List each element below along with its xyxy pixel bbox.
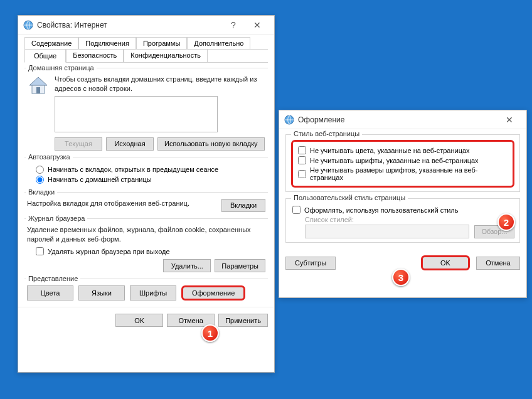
checkbox-use-user-style-label: Оформлять, используя пользовательский ст… [304, 206, 459, 214]
history-settings-button[interactable]: Параметры [215, 259, 265, 272]
marker-3: 3 [392, 269, 410, 286]
homepage-newtab-button[interactable]: Использовать новую вкладку [157, 137, 265, 151]
presentation-title: Представление [26, 275, 80, 282]
tabs-text: Настройка вкладок для отображения веб-ст… [27, 199, 215, 208]
checkbox-use-user-style[interactable] [292, 206, 301, 214]
checkbox-ignore-colors[interactable] [298, 146, 306, 154]
apply-button[interactable]: Применить [218, 314, 268, 327]
window-body: Содержание Подключения Программы Дополни… [18, 35, 274, 307]
history-group: Журнал браузера Удаление временных файло… [24, 218, 268, 274]
languages-button[interactable]: Языки [78, 285, 125, 301]
titlebar: Свойства: Интернет ? ✕ [18, 16, 274, 35]
subtitles-button[interactable]: Субтитры [285, 257, 336, 270]
autoload-title: Автозагрузка [26, 153, 73, 161]
tab-advanced[interactable]: Дополнительно [187, 37, 250, 49]
style-list-label: Список стилей: [305, 216, 514, 223]
style-list-input [305, 225, 469, 238]
ignore-colors-row[interactable]: Не учитывать цвета, указанные на веб-стр… [298, 146, 509, 154]
home-icon [27, 75, 50, 134]
page-style-fieldset: Стиль веб-страницы Не учитывать цвета, у… [285, 134, 520, 192]
homepage-default-button[interactable]: Исходная [106, 137, 154, 151]
tabs-settings-button[interactable]: Вкладки [221, 199, 265, 212]
marker-1: 1 [201, 324, 219, 342]
checkbox-ignore-font-sizes[interactable] [298, 170, 306, 178]
tab-connections[interactable]: Подключения [78, 37, 136, 49]
ignore-font-sizes-row[interactable]: Не учитывать размеры шрифтов, указанные … [298, 166, 509, 181]
checkbox-ignore-fonts[interactable] [298, 156, 306, 164]
history-delete-on-exit[interactable]: Удалять журнал браузера при выходе [36, 247, 265, 255]
ignore-fonts-row[interactable]: Не учитывать шрифты, указанные на веб-ст… [298, 156, 509, 164]
radio-homepage-label: Начинать с домашней страницы [48, 176, 152, 183]
globe-icon [23, 20, 33, 30]
globe-icon [284, 115, 294, 125]
autoload-radio-homepage[interactable]: Начинать с домашней страницы [36, 176, 265, 184]
checkbox-delete-on-exit-label: Удалять журнал браузера при выходе [48, 248, 170, 255]
window-title: Оформление [298, 115, 344, 124]
homepage-current-button[interactable]: Текущая [55, 137, 102, 151]
svg-marker-2 [29, 77, 47, 85]
close-button[interactable]: ✕ [497, 111, 521, 129]
homepage-title: Домашняя страница [26, 64, 97, 72]
history-text: Удаление временных файлов, журнала, файл… [27, 225, 265, 244]
homepage-url-input[interactable] [55, 96, 218, 132]
checkbox-ignore-font-sizes-label: Не учитывать размеры шрифтов, указанные … [310, 166, 509, 181]
accessibility-button[interactable]: Оформление [181, 285, 245, 301]
cancel-button[interactable]: Отмена [476, 257, 520, 270]
ok-button[interactable]: OK [421, 255, 470, 270]
history-title: Журнал браузера [26, 215, 87, 222]
autoload-group: Автозагрузка Начинать с вкладок, открыты… [24, 157, 268, 187]
user-style-fieldset: Пользовательский стиль страницы Оформлят… [285, 198, 520, 243]
history-delete-button[interactable]: Удалить... [163, 259, 211, 272]
radio-homepage[interactable] [36, 176, 44, 184]
tab-programs[interactable]: Программы [136, 37, 187, 49]
colors-button[interactable]: Цвета [27, 285, 73, 301]
radio-lastsession[interactable] [36, 166, 44, 174]
homepage-group: Домашняя страница Чтобы создать вкладки … [24, 68, 268, 152]
page-style-legend: Стиль веб-страницы [291, 130, 362, 137]
checkbox-ignore-colors-label: Не учитывать цвета, указанные на веб-стр… [310, 147, 470, 154]
window-body: Стиль веб-страницы Не учитывать цвета, у… [279, 129, 526, 248]
tab-row-1: Содержание Подключения Программы Дополни… [24, 37, 268, 50]
autoload-radio-lastsession[interactable]: Начинать с вкладок, открытых в предыдуще… [36, 166, 265, 174]
presentation-group: Представление Цвета Языки Шрифты Оформле… [24, 279, 268, 302]
fonts-button[interactable]: Шрифты [130, 285, 176, 301]
window-title: Свойства: Интернет [37, 21, 107, 29]
accessibility-window: Оформление ✕ Стиль веб-страницы Не учиты… [279, 110, 527, 298]
tab-privacy[interactable]: Конфиденциальность [124, 49, 208, 62]
tabs-group: Вкладки Настройка вкладок для отображени… [24, 192, 268, 213]
checkbox-delete-on-exit[interactable] [36, 247, 44, 255]
use-user-style-row[interactable]: Оформлять, используя пользовательский ст… [292, 206, 514, 214]
tab-row-2: Общие Безопасность Конфиденциальность [24, 49, 268, 63]
homepage-hint: Чтобы создать вкладки домашних страниц, … [55, 75, 265, 93]
close-button[interactable]: ✕ [245, 16, 269, 34]
marker-2: 2 [497, 213, 515, 231]
ok-button[interactable]: OK [115, 314, 163, 327]
svg-rect-3 [36, 87, 40, 93]
tab-security[interactable]: Безопасность [66, 49, 124, 62]
tab-general[interactable]: Общие [24, 49, 66, 63]
internet-properties-window: Свойства: Интернет ? ✕ Содержание Подклю… [18, 15, 275, 373]
user-style-legend: Пользовательский стиль страницы [291, 194, 408, 201]
checkbox-ignore-fonts-label: Не учитывать шрифты, указанные на веб-ст… [310, 157, 479, 164]
dialog-footer: OK Отмена Применить [18, 307, 274, 333]
tab-content[interactable]: Содержание [24, 37, 78, 49]
help-button[interactable]: ? [221, 16, 245, 34]
radio-lastsession-label: Начинать с вкладок, открытых в предыдуще… [48, 166, 218, 173]
tabs-title: Вкладки [26, 188, 57, 196]
titlebar: Оформление ✕ [279, 110, 526, 129]
